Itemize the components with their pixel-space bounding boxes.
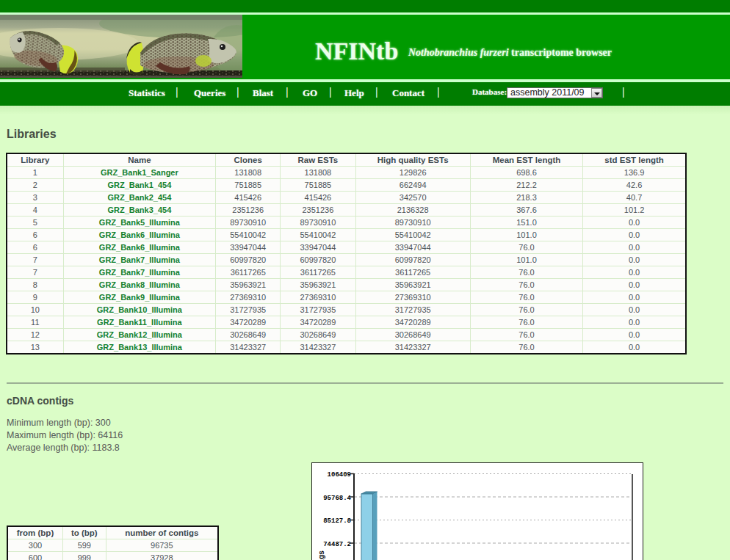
svg-text:74487.2: 74487.2: [323, 541, 351, 548]
svg-text:85127.8: 85127.8: [323, 517, 351, 525]
svg-text:95768.4: 95768.4: [323, 495, 351, 502]
svg-text:number of contigs: number of contigs: [318, 550, 326, 560]
svg-text:106409: 106409: [328, 471, 351, 479]
